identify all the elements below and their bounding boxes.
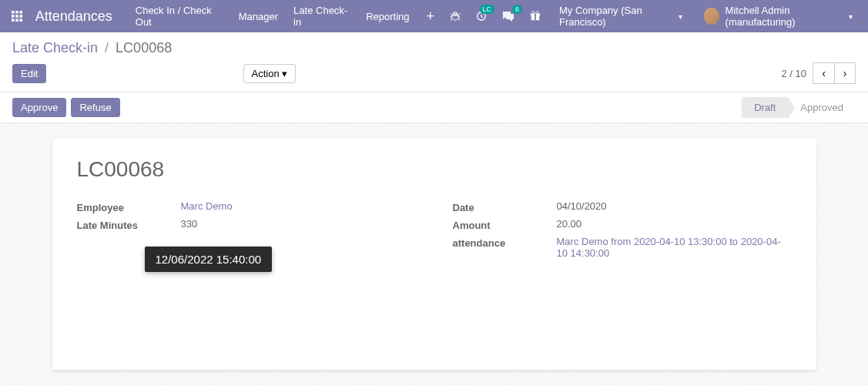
nav-late-checkin[interactable]: Late Check-in [286, 0, 358, 32]
avatar [704, 8, 719, 25]
apps-icon[interactable] [6, 11, 28, 22]
activity-icon[interactable]: LC [470, 0, 493, 32]
breadcrumb: Late Check-in / LC00068 [0, 32, 868, 56]
plus-icon[interactable]: + [417, 8, 444, 25]
breadcrumb-sep: / [105, 40, 109, 55]
record-title: LC00068 [77, 157, 792, 182]
pager: 2 / 10 ‹ › [781, 62, 856, 84]
nav-manager[interactable]: Manager [231, 0, 286, 32]
action-label: Action [252, 68, 280, 79]
chevron-down-icon: ▾ [282, 68, 287, 79]
breadcrumb-current: LC00068 [116, 40, 172, 55]
systray: LC 6 My Company (San Francisco) ▾ Mitche… [444, 0, 862, 32]
company-name: My Company (San Francisco) [559, 5, 675, 28]
amount-label: Amount [453, 218, 557, 231]
pager-text[interactable]: 2 / 10 [781, 68, 806, 79]
svg-rect-5 [19, 15, 22, 18]
activity-badge: LC [480, 5, 495, 14]
messages-icon[interactable]: 6 [496, 0, 521, 32]
svg-rect-3 [12, 15, 15, 18]
nav-reporting[interactable]: Reporting [358, 0, 417, 32]
content-area: LC00068 Employee Marc Demo Late Minutes … [0, 123, 868, 385]
pager-prev[interactable]: ‹ [813, 62, 834, 84]
approve-button[interactable]: Approve [12, 98, 66, 117]
form-sheet: LC00068 Employee Marc Demo Late Minutes … [52, 139, 816, 370]
app-title[interactable]: Attendances [35, 8, 112, 25]
date-label: Date [453, 200, 557, 213]
tooltip: 12/06/2022 15:40:00 [145, 247, 273, 272]
breadcrumb-parent[interactable]: Late Check-in [12, 40, 98, 55]
attendance-link[interactable]: Marc Demo from 2020-04-10 13:30:00 to 20… [557, 236, 781, 259]
svg-rect-6 [12, 19, 15, 22]
edit-button[interactable]: Edit [12, 64, 46, 83]
user-name: Mitchell Admin (manufacturing) [726, 5, 846, 28]
company-switcher[interactable]: My Company (San Francisco) ▾ [550, 5, 692, 28]
attendance-label: attendance [453, 236, 557, 249]
pager-next[interactable]: › [834, 62, 856, 84]
bug-icon[interactable] [444, 0, 467, 32]
refuse-button[interactable]: Refuse [71, 98, 119, 117]
status-draft[interactable]: Draft [742, 97, 788, 118]
employee-label: Employee [77, 200, 181, 213]
navbar: Attendances Check In / Check Out Manager… [0, 0, 868, 32]
amount-value: 20.00 [557, 218, 792, 230]
svg-rect-8 [19, 19, 22, 22]
late-minutes-value: 330 [181, 218, 416, 230]
statusbar-row: Approve Refuse Draft Approved [0, 92, 868, 123]
date-value: 04/10/2020 [557, 200, 792, 212]
svg-rect-1 [15, 11, 18, 14]
svg-rect-12 [535, 14, 536, 21]
statusbar: Draft Approved [742, 97, 856, 118]
late-minutes-label: Late Minutes [77, 218, 181, 231]
status-approved[interactable]: Approved [788, 97, 856, 118]
messages-badge: 6 [512, 5, 522, 14]
nav-checkin[interactable]: Check In / Check Out [128, 0, 231, 32]
svg-rect-4 [15, 15, 18, 18]
user-menu[interactable]: Mitchell Admin (manufacturing) ▾ [695, 5, 862, 28]
svg-rect-2 [19, 11, 22, 14]
action-dropdown[interactable]: Action ▾ [243, 64, 297, 83]
svg-rect-7 [15, 19, 18, 22]
svg-rect-0 [12, 11, 15, 14]
control-panel: Edit Action ▾ 2 / 10 ‹ › [0, 56, 868, 92]
employee-link[interactable]: Marc Demo [181, 200, 233, 212]
gift-icon[interactable] [524, 0, 547, 32]
form-col-right: Date 04/10/2020 Amount 20.00 attendance … [453, 200, 792, 263]
chevron-down-icon: ▾ [679, 12, 682, 21]
chevron-down-icon: ▾ [849, 12, 853, 21]
